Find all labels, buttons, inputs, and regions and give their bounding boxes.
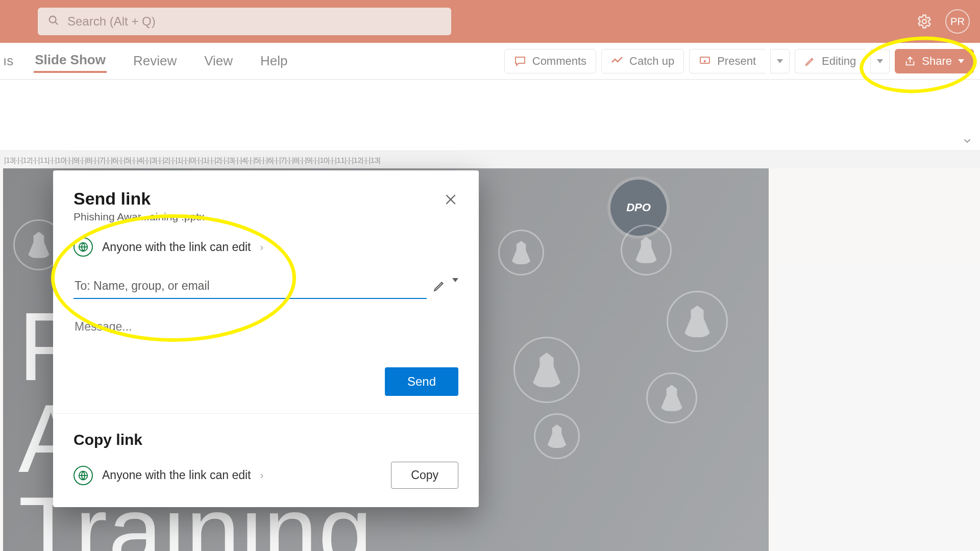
tab-truncated[interactable]: ıs bbox=[3, 53, 13, 69]
share-button[interactable]: Share bbox=[895, 49, 974, 73]
ribbon-actions: Comments Catch up Present bbox=[504, 49, 974, 73]
ribbon-collapse-chevron[interactable] bbox=[962, 135, 973, 148]
edit-permission-icon[interactable] bbox=[433, 279, 446, 294]
chevron-down-icon bbox=[877, 59, 883, 63]
person-icon bbox=[667, 291, 728, 352]
permission-label: Anyone with the link can edit bbox=[102, 240, 251, 254]
chevron-down-icon bbox=[452, 278, 458, 291]
copy-permission-label: Anyone with the link can edit bbox=[102, 468, 251, 482]
svg-point-2 bbox=[922, 19, 926, 23]
close-dialog-button[interactable] bbox=[444, 193, 457, 208]
editing-label: Editing bbox=[822, 55, 856, 68]
globe-icon bbox=[74, 466, 93, 485]
slide-logo-text: DPO bbox=[626, 201, 651, 214]
recipient-input[interactable] bbox=[74, 274, 427, 299]
catch-up-label: Catch up bbox=[629, 55, 674, 68]
person-icon bbox=[646, 372, 697, 423]
chevron-down-icon bbox=[958, 59, 964, 63]
catch-up-button[interactable]: Catch up bbox=[601, 49, 684, 73]
send-button[interactable]: Send bbox=[385, 367, 458, 396]
avatar-initials: PR bbox=[950, 16, 965, 28]
svg-rect-3 bbox=[700, 57, 709, 63]
horizontal-ruler: |13|·|·|12|·|·|11|·|·|10|·|·|9|·|·|8|·|·… bbox=[0, 151, 980, 168]
search-input[interactable] bbox=[66, 14, 441, 29]
tab-review[interactable]: Review bbox=[132, 50, 178, 72]
editing-button[interactable]: Editing bbox=[795, 49, 865, 73]
share-icon bbox=[904, 56, 916, 67]
settings-icon[interactable] bbox=[917, 14, 932, 29]
search-box[interactable] bbox=[38, 8, 451, 35]
comment-icon bbox=[514, 55, 526, 67]
catch-up-icon bbox=[611, 55, 623, 67]
copy-button[interactable]: Copy bbox=[391, 462, 458, 489]
globe-icon bbox=[74, 237, 93, 257]
ribbon-panel bbox=[0, 80, 980, 151]
present-label: Present bbox=[717, 55, 756, 68]
person-icon bbox=[498, 230, 544, 276]
person-icon bbox=[513, 337, 580, 403]
comments-button[interactable]: Comments bbox=[504, 49, 596, 73]
copy-link-title: Copy link bbox=[74, 431, 458, 448]
chevron-right-icon: › bbox=[260, 469, 264, 481]
send-link-dialog: Send link Phishing Awar...aining .pptx A… bbox=[53, 170, 479, 507]
message-input[interactable] bbox=[74, 316, 458, 337]
tab-slide-show[interactable]: Slide Show bbox=[34, 49, 107, 73]
pencil-icon bbox=[804, 56, 816, 67]
share-label: Share bbox=[922, 55, 952, 68]
ribbon: ıs Slide Show Review View Help Comments … bbox=[0, 43, 980, 80]
tab-view[interactable]: View bbox=[203, 50, 234, 72]
editing-dropdown[interactable] bbox=[870, 49, 890, 73]
svg-point-0 bbox=[50, 16, 56, 23]
user-avatar[interactable]: PR bbox=[945, 9, 970, 34]
chevron-right-icon: › bbox=[260, 241, 264, 253]
chevron-down-icon bbox=[777, 59, 783, 63]
search-icon bbox=[48, 15, 59, 28]
svg-line-1 bbox=[55, 22, 58, 25]
dialog-filename: Phishing Awar...aining .pptx bbox=[74, 211, 458, 223]
present-dropdown[interactable] bbox=[770, 49, 790, 73]
comments-label: Comments bbox=[532, 55, 586, 68]
dialog-title: Send link bbox=[74, 189, 458, 209]
link-permission-row[interactable]: Anyone with the link can edit › bbox=[74, 237, 458, 257]
permission-dropdown[interactable] bbox=[452, 282, 458, 291]
title-bar: PR bbox=[0, 0, 980, 43]
tab-help[interactable]: Help bbox=[259, 50, 288, 72]
present-icon bbox=[699, 55, 711, 67]
present-button[interactable]: Present bbox=[689, 49, 765, 73]
copy-permission-row[interactable]: Anyone with the link can edit › bbox=[74, 466, 263, 485]
person-icon bbox=[534, 413, 580, 459]
person-icon bbox=[621, 224, 672, 276]
